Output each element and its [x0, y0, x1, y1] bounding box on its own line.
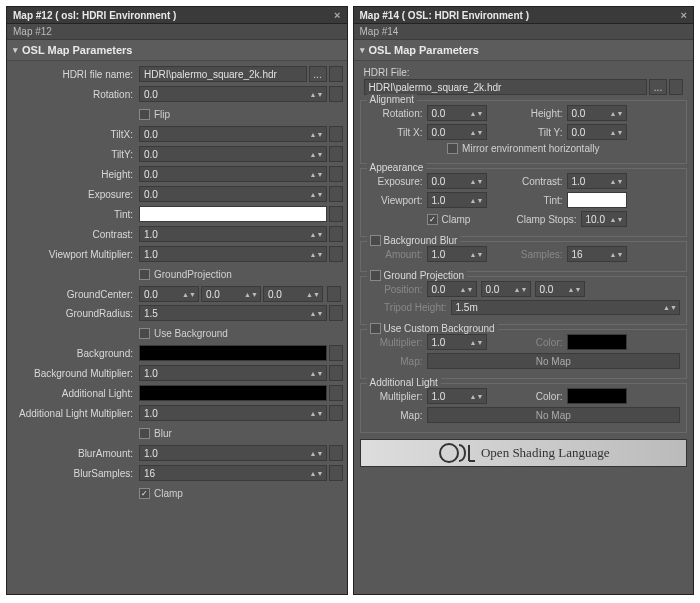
- checkbox-icon[interactable]: ✓: [427, 214, 438, 225]
- tilty-spinner[interactable]: 0.0▲▼: [567, 124, 627, 140]
- hdri-file-field[interactable]: HDRI\palermo_square_2k.hdr: [364, 79, 648, 95]
- spinner-arrows-icon[interactable]: ▲▼: [462, 287, 472, 292]
- spinner-arrows-icon[interactable]: ▲▼: [312, 411, 322, 416]
- spinner-arrows-icon[interactable]: ▲▼: [312, 232, 322, 237]
- checkbox-icon[interactable]: [370, 323, 381, 334]
- pos-y-spinner[interactable]: 0.0▲▼: [481, 281, 531, 297]
- clamp-check[interactable]: ✓Clamp: [427, 214, 487, 225]
- contrast-spinner[interactable]: 1.0▲▼: [567, 173, 627, 189]
- vmult-spinner[interactable]: 1.0▲▼: [139, 246, 327, 262]
- spinner-arrows-icon[interactable]: ▲▼: [570, 287, 580, 292]
- blamt-spinner[interactable]: 1.0▲▼: [139, 445, 327, 461]
- spinner-arrows-icon[interactable]: ▲▼: [312, 252, 322, 257]
- spinner-arrows-icon[interactable]: ▲▼: [472, 198, 482, 203]
- mult-spinner[interactable]: 1.0▲▼: [427, 388, 487, 404]
- tint-swatch[interactable]: [567, 192, 627, 208]
- close-icon[interactable]: ×: [334, 9, 340, 21]
- map-slot[interactable]: [329, 126, 343, 142]
- map-slot[interactable]: [329, 226, 343, 242]
- spinner-arrows-icon[interactable]: ▲▼: [184, 292, 194, 297]
- browse-button[interactable]: ...: [309, 66, 327, 82]
- spinner-arrows-icon[interactable]: ▲▼: [472, 340, 482, 345]
- groundproj-check[interactable]: GroundProjection: [139, 269, 232, 280]
- hdri-file-field[interactable]: HDRI\palermo_square_2k.hdr: [139, 66, 307, 82]
- spinner-arrows-icon[interactable]: ▲▼: [612, 130, 622, 135]
- checkbox-icon[interactable]: [139, 328, 150, 339]
- exposure-spinner[interactable]: 0.0▲▼: [427, 173, 487, 189]
- spinner-arrows-icon[interactable]: ▲▼: [312, 192, 322, 197]
- spinner-arrows-icon[interactable]: ▲▼: [312, 311, 322, 316]
- amount-spinner[interactable]: 1.0▲▼: [427, 246, 487, 262]
- map-slot[interactable]: [329, 465, 343, 481]
- checkbox-icon[interactable]: [139, 428, 150, 439]
- spinner-arrows-icon[interactable]: ▲▼: [472, 130, 482, 135]
- map-button[interactable]: No Map: [427, 407, 681, 423]
- spinner-arrows-icon[interactable]: ▲▼: [612, 179, 622, 184]
- bg-swatch[interactable]: [139, 345, 327, 361]
- rotation-spinner[interactable]: 0.0▲▼: [139, 86, 327, 102]
- samples-spinner[interactable]: 16▲▼: [567, 246, 627, 262]
- tint-swatch[interactable]: [139, 206, 327, 222]
- blsamp-spinner[interactable]: 16▲▼: [139, 465, 327, 481]
- rollup-header[interactable]: ▾ OSL Map Parameters: [354, 40, 694, 61]
- map-slot[interactable]: [329, 445, 343, 461]
- color-swatch[interactable]: [567, 388, 627, 404]
- spinner-arrows-icon[interactable]: ▲▼: [472, 179, 482, 184]
- contrast-spinner[interactable]: 1.0▲▼: [139, 226, 327, 242]
- checkbox-icon[interactable]: [370, 270, 381, 281]
- checkbox-icon[interactable]: [370, 235, 381, 246]
- titlebar[interactable]: Map #14 ( OSL: HDRI Environment ) ×: [354, 7, 694, 24]
- spinner-arrows-icon[interactable]: ▲▼: [308, 292, 318, 297]
- map-slot[interactable]: [329, 186, 343, 202]
- spinner-arrows-icon[interactable]: ▲▼: [472, 394, 482, 399]
- alight-swatch[interactable]: [139, 385, 327, 401]
- close-icon[interactable]: ×: [681, 9, 687, 21]
- mirror-check[interactable]: Mirror environment horizontally: [447, 143, 599, 154]
- spinner-arrows-icon[interactable]: ▲▼: [665, 305, 675, 310]
- map-slot[interactable]: [329, 86, 343, 102]
- map-slot[interactable]: [329, 246, 343, 262]
- clamp-check[interactable]: ✓Clamp: [139, 488, 183, 499]
- spinner-arrows-icon[interactable]: ▲▼: [246, 292, 256, 297]
- flip-check[interactable]: Flip: [139, 109, 170, 120]
- map-slot[interactable]: [329, 305, 343, 321]
- checkbox-icon[interactable]: ✓: [139, 488, 150, 499]
- map-slot[interactable]: [329, 405, 343, 421]
- height-spinner[interactable]: 0.0▲▼: [139, 166, 327, 182]
- tripod-spinner[interactable]: 1.5m▲▼: [451, 300, 681, 315]
- spinner-arrows-icon[interactable]: ▲▼: [312, 371, 322, 376]
- spinner-arrows-icon[interactable]: ▲▼: [312, 92, 322, 97]
- color-swatch[interactable]: [567, 334, 627, 350]
- clampstops-spinner[interactable]: 10.0▲▼: [581, 211, 627, 227]
- map-slot[interactable]: [329, 365, 343, 381]
- spinner-arrows-icon[interactable]: ▲▼: [472, 252, 482, 257]
- gcenter-z-spinner[interactable]: 0.0▲▼: [263, 286, 323, 302]
- almult-spinner[interactable]: 1.0▲▼: [139, 405, 327, 421]
- gcenter-y-spinner[interactable]: 0.0▲▼: [201, 286, 261, 302]
- map-slot[interactable]: [329, 146, 343, 162]
- spinner-arrows-icon[interactable]: ▲▼: [612, 252, 622, 257]
- map-button[interactable]: No Map: [427, 353, 681, 369]
- blur-check[interactable]: Blur: [139, 428, 172, 439]
- exposure-spinner[interactable]: 0.0▲▼: [139, 186, 327, 202]
- usebg-check[interactable]: Use Background: [139, 328, 228, 339]
- gradius-spinner[interactable]: 1.5▲▼: [139, 305, 327, 321]
- map-slot[interactable]: [329, 66, 343, 82]
- pos-z-spinner[interactable]: 0.0▲▼: [535, 281, 585, 297]
- map-slot[interactable]: [329, 166, 343, 182]
- map-slot[interactable]: [329, 206, 343, 222]
- bgmult-spinner[interactable]: 1.0▲▼: [139, 365, 327, 381]
- tiltx-spinner[interactable]: 0.0▲▼: [139, 126, 327, 142]
- spinner-arrows-icon[interactable]: ▲▼: [612, 111, 622, 116]
- mult-spinner[interactable]: 1.0▲▼: [427, 334, 487, 350]
- spinner-arrows-icon[interactable]: ▲▼: [312, 132, 322, 137]
- spinner-arrows-icon[interactable]: ▲▼: [312, 471, 322, 476]
- spinner-arrows-icon[interactable]: ▲▼: [472, 111, 482, 116]
- spinner-arrows-icon[interactable]: ▲▼: [612, 217, 622, 222]
- gcenter-x-spinner[interactable]: 0.0▲▼: [139, 286, 199, 302]
- spinner-arrows-icon[interactable]: ▲▼: [312, 172, 322, 177]
- map-slot[interactable]: [669, 79, 683, 95]
- checkbox-icon[interactable]: [447, 143, 458, 154]
- rotation-spinner[interactable]: 0.0▲▼: [427, 105, 487, 121]
- spinner-arrows-icon[interactable]: ▲▼: [516, 287, 526, 292]
